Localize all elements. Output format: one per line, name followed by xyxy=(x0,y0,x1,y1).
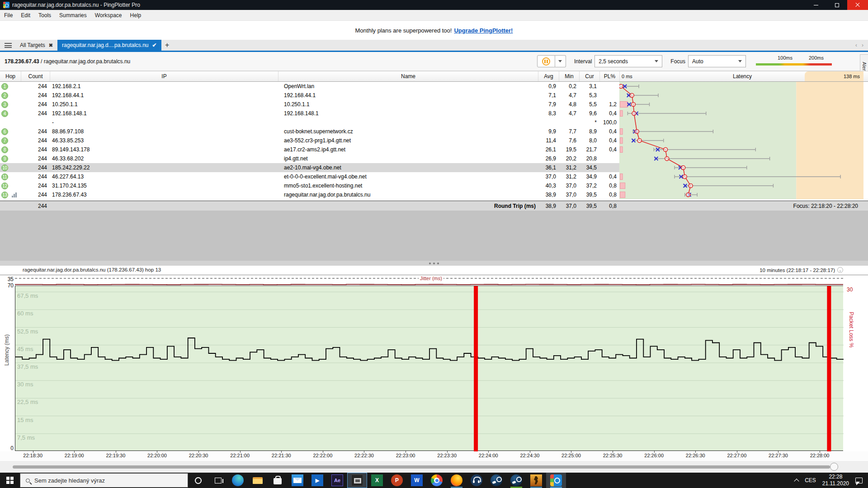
hop-row-timeout[interactable]: -*100,0 xyxy=(0,118,619,127)
new-tab-button[interactable]: + xyxy=(161,40,173,51)
menu-tools[interactable]: Tools xyxy=(34,10,55,20)
interval-select[interactable]: 2,5 seconds xyxy=(594,55,662,67)
microsoft-store-taskbar-button[interactable] xyxy=(268,473,288,488)
firefox-taskbar-button[interactable] xyxy=(447,473,467,488)
firefox-icon xyxy=(451,474,462,486)
file-explorer-taskbar-button[interactable] xyxy=(248,473,268,488)
name-cell: cust-boknet.supernetwork.cz xyxy=(284,127,535,136)
hop-row-6[interactable]: 624488.86.97.108cust-boknet.supernetwork… xyxy=(0,127,619,136)
pl-cell: 0,4 xyxy=(599,145,617,154)
upgrade-link[interactable]: Upgrade PingPlotter! xyxy=(454,27,513,34)
header-count[interactable]: Count xyxy=(21,71,50,81)
header-hop[interactable]: Hop xyxy=(0,71,21,81)
scrollbar-knob[interactable] xyxy=(830,463,838,471)
tab-scroll-arrows[interactable]: ‹› xyxy=(855,40,863,51)
min-cell: 19,5 xyxy=(559,145,576,154)
task-view-button[interactable] xyxy=(208,473,228,488)
header-latency[interactable]: 0 ms Latency 138 ms xyxy=(619,71,868,81)
hop-row-10[interactable]: 10244185.242.229.22ae2-10.mal-vg4.obe.ne… xyxy=(0,163,619,172)
hop-row-2[interactable]: 2244192.168.44.1192.168.44.17,14,75,3 xyxy=(0,91,619,100)
start-button[interactable] xyxy=(0,473,20,488)
header-cur[interactable]: Cur xyxy=(579,71,599,81)
time-tick-label: 22:19:00 xyxy=(58,453,90,458)
count-cell: 244 xyxy=(21,82,47,91)
movies-tv-taskbar-button[interactable]: ▶ xyxy=(307,473,327,488)
header-min[interactable]: Min xyxy=(559,71,579,81)
steam-2-taskbar-button[interactable] xyxy=(506,473,526,488)
hop-number-badge: 11 xyxy=(1,174,8,180)
hop-row-12[interactable]: 1224431.170.24.135mmo5-sto1.excellent-ho… xyxy=(0,181,619,190)
hop-row-8[interactable]: 824489.149.143.178ae17.cr2-ams2.ip4.gtt.… xyxy=(0,145,619,154)
avg-cell: 7,1 xyxy=(538,91,556,100)
round-trip-row: 244 Round Trip (ms) 38,9 37,0 39,5 0,8 F… xyxy=(0,201,868,211)
after-effects-taskbar-button[interactable]: Ae xyxy=(327,473,347,488)
hop-row-13[interactable]: 13244178.236.67.43ragequitar.nar.jag.dor… xyxy=(0,190,619,199)
graphed-hop-icon xyxy=(12,192,17,197)
legend-gradient-bar xyxy=(756,63,832,66)
svg-text:45 ms: 45 ms xyxy=(17,346,33,352)
clock[interactable]: 22:28 21.11.2020 xyxy=(822,474,849,487)
pause-button[interactable] xyxy=(537,55,555,67)
action-center-icon[interactable] xyxy=(855,478,863,483)
chrome-taskbar-button[interactable] xyxy=(427,473,447,488)
hop-number-badge: 7 xyxy=(1,137,8,144)
round-trip-cur: 39,5 xyxy=(579,201,597,211)
hop-row-11[interactable]: 1124446.227.64.13et-0-0-0-excellent.mal-… xyxy=(0,172,619,181)
word-taskbar-button[interactable]: W xyxy=(407,473,427,488)
excel-taskbar-button[interactable]: X xyxy=(367,473,387,488)
headset-app-taskbar-button[interactable] xyxy=(467,473,486,488)
timeline-range-select[interactable]: 10 minutes (22:18:17 - 22:28:17) ⌄ xyxy=(760,267,843,273)
cur-cell: 5,5 xyxy=(579,100,597,109)
scrollbar-thumb[interactable] xyxy=(13,465,830,469)
csgo-taskbar-button[interactable] xyxy=(526,473,546,488)
avg-cell: 11,4 xyxy=(538,136,556,145)
header-ip[interactable]: IP xyxy=(50,71,278,81)
avg-cell: 38,9 xyxy=(538,190,556,199)
powerpoint-taskbar-button[interactable]: P xyxy=(387,473,407,488)
pl-cell: 100,0 xyxy=(599,118,617,127)
hamburger-icon[interactable] xyxy=(5,43,12,48)
tab-active-target[interactable]: ragequitar.nar.jag.d....pa.brutalcs.nu ✔ xyxy=(57,40,161,51)
menu-file[interactable]: File xyxy=(0,10,17,20)
latency-axis-min-label: 0 ms xyxy=(622,74,632,79)
word-icon: W xyxy=(411,474,423,486)
time-tick-label: 22:21:30 xyxy=(265,453,297,458)
hop-row-3[interactable]: 324410.250.1.110.250.1.17,94,85,51,2 xyxy=(0,100,619,109)
cortana-button[interactable] xyxy=(188,473,208,488)
header-name[interactable]: Name xyxy=(278,71,538,81)
hop-row-7[interactable]: 724446.33.85.253ae3-552.cr3-prg1.ip4.gtt… xyxy=(0,136,619,145)
pingplotter-taskbar-button[interactable] xyxy=(546,473,566,488)
menu-workspace[interactable]: Workspace xyxy=(91,10,126,20)
focus-select[interactable]: Auto xyxy=(688,55,746,67)
minimize-button[interactable] xyxy=(806,0,826,10)
close-button[interactable] xyxy=(847,0,868,10)
pane-splitter-handle[interactable] xyxy=(0,261,868,266)
steam-taskbar-button[interactable] xyxy=(486,473,506,488)
pause-dropdown-button[interactable] xyxy=(555,55,566,67)
hop-row-9[interactable]: 924446.33.68.202ip4.gtt.net26,920,220,8 xyxy=(0,154,619,163)
mail-taskbar-button[interactable] xyxy=(288,473,307,488)
edge-taskbar-button[interactable] xyxy=(228,473,248,488)
hop-row-1[interactable]: 1244192.168.2.1OpenWrt.lan0,90,23,1 xyxy=(0,82,619,91)
svg-text:30 ms: 30 ms xyxy=(17,381,33,388)
header-avg[interactable]: Avg xyxy=(538,71,559,81)
maximize-button[interactable] xyxy=(826,0,847,10)
video-editor-taskbar-button[interactable] xyxy=(347,473,367,488)
header-pl[interactable]: PL% xyxy=(599,71,619,81)
taskbar-search-input[interactable]: Sem zadejte hledaný výraz xyxy=(20,473,188,488)
ip-cell: 192.168.44.1 xyxy=(52,91,274,100)
keyboard-layout[interactable]: CES xyxy=(805,477,816,483)
timeline-scrollbar[interactable] xyxy=(0,461,868,473)
target-ip: 178.236.67.43 xyxy=(5,58,39,65)
name-cell: ae3-552.cr3-prg1.ip4.gtt.net xyxy=(284,136,535,145)
cur-cell: 9,6 xyxy=(579,109,597,118)
hidden-icons-chevron-icon[interactable] xyxy=(794,479,799,483)
tab-all-targets[interactable]: All Targets ✖ xyxy=(15,40,57,51)
count-cell: 244 xyxy=(21,190,47,199)
menu-edit[interactable]: Edit xyxy=(17,10,34,20)
menu-help[interactable]: Help xyxy=(126,10,146,20)
hop-cell: 1 xyxy=(0,82,21,91)
menu-summaries[interactable]: Summaries xyxy=(55,10,91,20)
tab-close-icon[interactable]: ✖ xyxy=(49,42,53,48)
hop-row-4[interactable]: 4244192.168.148.1192.168.148.18,34,79,60… xyxy=(0,109,619,118)
